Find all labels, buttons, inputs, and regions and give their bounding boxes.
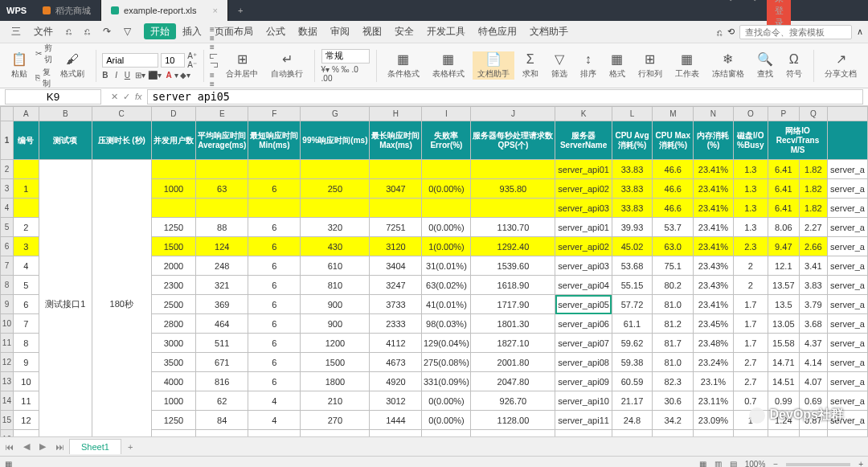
cell-m-12[interactable]: 81.0: [653, 353, 694, 372]
sheet-nav-next-icon[interactable]: ▶: [35, 441, 51, 452]
cell-j-11[interactable]: 1827.10: [471, 334, 555, 353]
cell-d-5[interactable]: 1250: [151, 218, 195, 237]
col-hdr-K[interactable]: K: [555, 107, 612, 121]
cell-e-15[interactable]: 84: [196, 411, 248, 430]
cell-o-4[interactable]: 1.3: [733, 199, 768, 218]
menu-2[interactable]: ⎌: [59, 23, 78, 39]
cell-a-5[interactable]: 2: [13, 218, 39, 237]
row-hdr-12[interactable]: 12: [1, 353, 14, 372]
hdr-cell-6[interactable]: 99%响应时间(ms): [301, 121, 370, 160]
cell-nn-3[interactable]: 23.41%: [694, 179, 733, 199]
font-size-select[interactable]: [161, 53, 185, 68]
cell-nn-14[interactable]: 23.11%: [694, 391, 733, 411]
number-buttons[interactable]: ¥▾ % ‰ .0 .00: [321, 65, 370, 83]
numfmt-select[interactable]: [321, 49, 370, 63]
cell-o-12[interactable]: 2.7: [733, 353, 768, 372]
cell-i-14[interactable]: 0(0.00%): [422, 391, 471, 411]
view-page-icon[interactable]: ▥: [714, 460, 722, 467]
cell-d-2[interactable]: [151, 160, 195, 179]
col-hdr-B[interactable]: B: [39, 107, 92, 121]
hdr-cell-13[interactable]: 内存消耗(%): [694, 121, 733, 160]
cell-d-6[interactable]: 1500: [151, 237, 195, 256]
fmt-painter-button[interactable]: 🖌格式刷: [55, 52, 89, 80]
cell-g-15[interactable]: 270: [301, 411, 370, 430]
cell-o-8[interactable]: 2: [733, 276, 768, 295]
cell-d-13[interactable]: 4000: [151, 372, 195, 391]
cell-f-14[interactable]: 4: [248, 391, 301, 411]
tab-daoke[interactable]: 稻壳商城: [33, 0, 101, 21]
fx-cancel-icon[interactable]: ✕: [111, 92, 118, 102]
cell-k-8[interactable]: server_api04: [555, 276, 612, 295]
cell-m-13[interactable]: 82.3: [653, 372, 694, 391]
cell-p-4[interactable]: 6.41: [768, 199, 800, 218]
cell-h-2[interactable]: [370, 160, 422, 179]
cell-m-11[interactable]: 81.7: [653, 334, 694, 353]
cell-p-3[interactable]: 6.41: [768, 179, 800, 199]
col-hdr-P[interactable]: P: [768, 107, 800, 121]
cell-r-7[interactable]: server_a: [828, 256, 868, 276]
cell-p-5[interactable]: 8.06: [768, 218, 800, 237]
cell-a-11[interactable]: 8: [13, 334, 39, 353]
share-button[interactable]: ↗分享文档: [820, 51, 862, 80]
cell-l-10[interactable]: 61.1: [612, 314, 652, 334]
cell-i-2[interactable]: [422, 160, 471, 179]
worksheet-button[interactable]: ▦工作表: [670, 51, 704, 80]
cell-k-4[interactable]: server_api03: [555, 199, 612, 218]
rowcol-button[interactable]: ⊞行和列: [633, 51, 667, 80]
cell-h-10[interactable]: 2333: [370, 314, 422, 334]
cell-i-12[interactable]: 275(0.08%): [422, 353, 471, 372]
row-hdr-9[interactable]: 9: [1, 295, 14, 314]
cell-f-9[interactable]: 6: [248, 295, 301, 314]
cell-l-5[interactable]: 39.93: [612, 218, 652, 237]
cell-f-12[interactable]: 6: [248, 353, 301, 372]
cell-a-2[interactable]: [13, 160, 39, 179]
row-hdr-2[interactable]: 2: [1, 160, 14, 179]
cell-l-13[interactable]: 60.59: [612, 372, 652, 391]
cell-h-6[interactable]: 3120: [370, 237, 422, 256]
cell-d-14[interactable]: 1000: [151, 391, 195, 411]
cell-o-10[interactable]: 1.7: [733, 314, 768, 334]
menu-5[interactable]: ▽: [117, 23, 137, 39]
font-family-select[interactable]: [102, 53, 158, 68]
cell-p-7[interactable]: 12.1: [768, 256, 800, 276]
hdr-cell-8[interactable]: 失败率Error(%): [422, 121, 471, 160]
menu-6[interactable]: 开始: [144, 23, 176, 39]
cell-r-11[interactable]: server_a: [828, 334, 868, 353]
cell-l-11[interactable]: 59.62: [612, 334, 652, 353]
menu-1[interactable]: 文件: [27, 23, 59, 39]
cell-j-4[interactable]: [471, 199, 555, 218]
cell-d-4[interactable]: [151, 199, 195, 218]
cell-e-4[interactable]: [196, 199, 248, 218]
menu-9[interactable]: 公式: [260, 23, 292, 39]
sheet-area[interactable]: ABCDEFGHIJKLMNOPQ1编号测试项压测时长 (秒)并发用户数平均响应…: [0, 106, 868, 456]
col-hdr-L[interactable]: L: [612, 107, 652, 121]
cell-e-3[interactable]: 63: [196, 179, 248, 199]
cell-q-11[interactable]: 4.37: [799, 334, 827, 353]
cell-h-3[interactable]: 3047: [370, 179, 422, 199]
sum-button[interactable]: Σ求和: [518, 52, 543, 80]
cell-f-7[interactable]: 6: [248, 256, 301, 276]
cell-h-13[interactable]: 4920: [370, 372, 422, 391]
find-button[interactable]: 🔍查找: [752, 51, 778, 80]
cell-m-8[interactable]: 80.2: [653, 276, 694, 295]
cell-q-12[interactable]: 4.14: [799, 353, 827, 372]
menu-4[interactable]: ↷: [96, 23, 117, 39]
fx-ok-icon[interactable]: ✓: [123, 92, 130, 102]
cell-r-2[interactable]: server_a: [828, 160, 868, 179]
hdr-cell-0[interactable]: 编号: [13, 121, 39, 160]
cell-d-8[interactable]: 2300: [151, 276, 195, 295]
cell-m-10[interactable]: 81.2: [653, 314, 694, 334]
cell-e-8[interactable]: 321: [196, 276, 248, 295]
freeze-button[interactable]: ❄冻结窗格: [707, 51, 749, 80]
cell-j-7[interactable]: 1539.60: [471, 256, 555, 276]
col-hdr-J[interactable]: J: [471, 107, 555, 121]
cell-k-3[interactable]: server_api02: [555, 179, 612, 199]
cell-r-6[interactable]: server_a: [828, 237, 868, 256]
cell-i-3[interactable]: 0(0.00%): [422, 179, 471, 199]
cell-nn-4[interactable]: 23.41%: [694, 199, 733, 218]
cell-j-13[interactable]: 2047.80: [471, 372, 555, 391]
col-hdr-A[interactable]: A: [13, 107, 39, 121]
sort-button[interactable]: ↕排序: [575, 52, 601, 80]
cell-r-5[interactable]: server_a: [828, 218, 868, 237]
cell-m-5[interactable]: 53.7: [653, 218, 694, 237]
